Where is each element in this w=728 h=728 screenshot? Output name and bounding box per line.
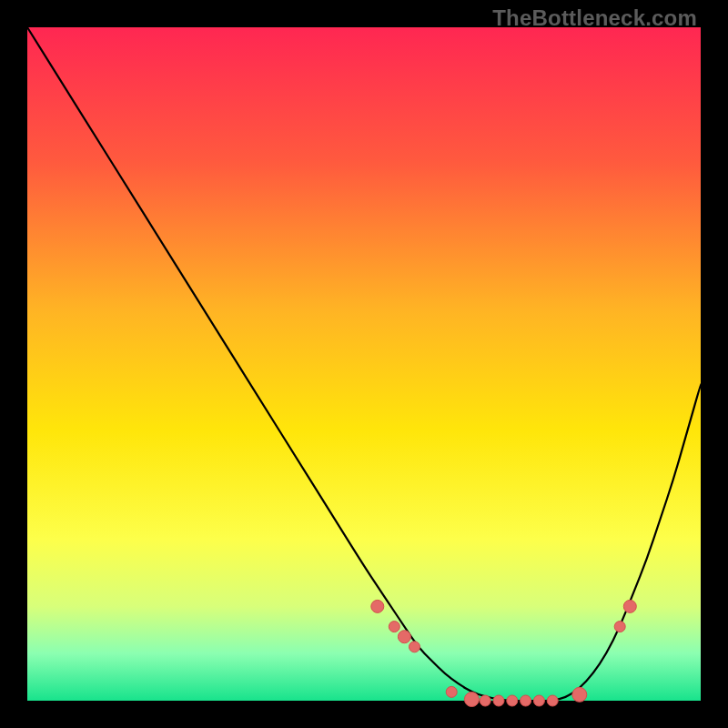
- marker-dot: [493, 695, 504, 706]
- marker-dot: [389, 622, 399, 632]
- marker-dots: [371, 600, 637, 706]
- curve-path: [27, 27, 701, 701]
- marker-dot: [480, 695, 490, 706]
- marker-dot: [614, 622, 625, 632]
- watermark-text: TheBottleneck.com: [492, 5, 697, 31]
- marker-dot: [507, 695, 518, 706]
- marker-dot: [410, 642, 420, 652]
- marker-dot: [572, 687, 587, 702]
- marker-dot: [371, 600, 384, 612]
- marker-dot: [464, 693, 479, 707]
- marker-dot: [446, 686, 457, 697]
- chart-frame: [27, 27, 701, 701]
- marker-dot: [533, 695, 544, 706]
- marker-dot: [623, 600, 636, 612]
- marker-dot: [521, 695, 531, 706]
- bottleneck-curve: [27, 27, 701, 701]
- marker-dot: [547, 695, 558, 706]
- marker-dot: [398, 631, 410, 643]
